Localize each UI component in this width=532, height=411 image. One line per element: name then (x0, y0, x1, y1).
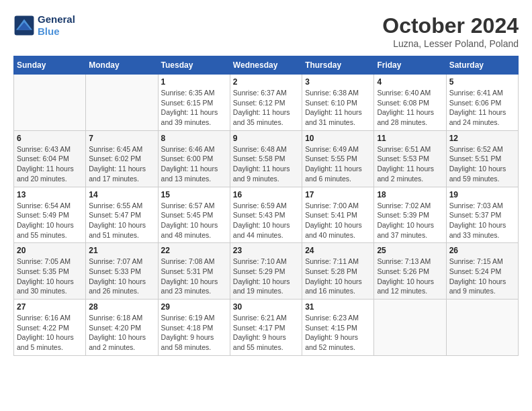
day-info: Sunrise: 6:35 AM Sunset: 6:15 PM Dayligh… (161, 88, 227, 128)
day-number: 7 (89, 134, 154, 143)
day-info: Sunrise: 6:49 AM Sunset: 5:55 PM Dayligh… (305, 144, 371, 184)
calendar-day-cell: 7Sunrise: 6:45 AM Sunset: 6:02 PM Daylig… (86, 130, 158, 187)
day-info: Sunrise: 6:21 AM Sunset: 4:17 PM Dayligh… (233, 313, 299, 353)
calendar-day-cell: 10Sunrise: 6:49 AM Sunset: 5:55 PM Dayli… (302, 130, 374, 187)
day-info: Sunrise: 7:11 AM Sunset: 5:28 PM Dayligh… (305, 257, 371, 296)
day-number: 20 (17, 246, 83, 255)
calendar-day-cell: 6Sunrise: 6:43 AM Sunset: 6:04 PM Daylig… (14, 130, 86, 187)
day-info: Sunrise: 6:52 AM Sunset: 5:51 PM Dayligh… (449, 144, 515, 184)
day-header: Sunday (14, 56, 86, 75)
calendar-header: SundayMondayTuesdayWednesdayThursdayFrid… (14, 56, 519, 75)
page-header: General Blue October 2024 Luzna, Lesser … (13, 13, 519, 49)
day-number: 25 (377, 246, 443, 255)
calendar-day-cell: 18Sunrise: 7:02 AM Sunset: 5:39 PM Dayli… (374, 187, 446, 243)
day-info: Sunrise: 6:55 AM Sunset: 5:47 PM Dayligh… (89, 201, 154, 240)
day-number: 16 (233, 190, 299, 199)
day-header: Wednesday (230, 56, 302, 75)
calendar-day-cell (446, 300, 518, 356)
day-number: 31 (305, 302, 371, 312)
day-info: Sunrise: 6:59 AM Sunset: 5:43 PM Dayligh… (233, 201, 299, 240)
day-info: Sunrise: 6:51 AM Sunset: 5:53 PM Dayligh… (377, 144, 443, 184)
day-number: 19 (449, 190, 515, 199)
day-info: Sunrise: 6:45 AM Sunset: 6:02 PM Dayligh… (89, 144, 154, 184)
calendar-day-cell: 30Sunrise: 6:21 AM Sunset: 4:17 PM Dayli… (230, 300, 302, 356)
day-number: 26 (449, 246, 515, 255)
calendar-day-cell: 25Sunrise: 7:13 AM Sunset: 5:26 PM Dayli… (374, 243, 446, 300)
calendar-day-cell: 3Sunrise: 6:38 AM Sunset: 6:10 PM Daylig… (302, 75, 374, 131)
calendar-day-cell: 5Sunrise: 6:41 AM Sunset: 6:06 PM Daylig… (446, 75, 518, 131)
calendar-day-cell: 29Sunrise: 6:19 AM Sunset: 4:18 PM Dayli… (158, 300, 230, 356)
day-number: 11 (377, 134, 443, 143)
day-number: 1 (161, 77, 227, 87)
calendar-day-cell: 31Sunrise: 6:23 AM Sunset: 4:15 PM Dayli… (302, 300, 374, 356)
day-number: 3 (305, 77, 371, 87)
title-area: October 2024 Luzna, Lesser Poland, Polan… (382, 13, 519, 49)
day-number: 28 (89, 302, 154, 312)
calendar-day-cell (14, 75, 86, 131)
day-info: Sunrise: 6:40 AM Sunset: 6:08 PM Dayligh… (377, 88, 443, 128)
calendar-day-cell: 13Sunrise: 6:54 AM Sunset: 5:49 PM Dayli… (14, 187, 86, 243)
calendar-day-cell: 21Sunrise: 7:07 AM Sunset: 5:33 PM Dayli… (86, 243, 158, 300)
calendar-table: SundayMondayTuesdayWednesdayThursdayFrid… (13, 56, 519, 356)
day-number: 12 (449, 134, 515, 143)
calendar-day-cell: 28Sunrise: 6:18 AM Sunset: 4:20 PM Dayli… (86, 300, 158, 356)
calendar-day-cell: 19Sunrise: 7:03 AM Sunset: 5:37 PM Dayli… (446, 187, 518, 243)
calendar-week-row: 20Sunrise: 7:05 AM Sunset: 5:35 PM Dayli… (14, 243, 519, 300)
day-info: Sunrise: 7:03 AM Sunset: 5:37 PM Dayligh… (449, 201, 515, 240)
day-number: 22 (161, 246, 227, 255)
day-info: Sunrise: 6:54 AM Sunset: 5:49 PM Dayligh… (17, 201, 83, 240)
calendar-day-cell: 14Sunrise: 6:55 AM Sunset: 5:47 PM Dayli… (86, 187, 158, 243)
logo: General Blue (13, 13, 75, 38)
day-info: Sunrise: 7:00 AM Sunset: 5:41 PM Dayligh… (305, 201, 371, 240)
day-number: 13 (17, 190, 83, 199)
day-info: Sunrise: 6:48 AM Sunset: 5:58 PM Dayligh… (233, 144, 299, 184)
day-number: 29 (161, 302, 227, 312)
location-title: Luzna, Lesser Poland, Poland (382, 38, 519, 49)
day-info: Sunrise: 7:10 AM Sunset: 5:29 PM Dayligh… (233, 257, 299, 296)
day-info: Sunrise: 6:46 AM Sunset: 6:00 PM Dayligh… (161, 144, 227, 184)
day-info: Sunrise: 7:08 AM Sunset: 5:31 PM Dayligh… (161, 257, 227, 296)
day-header: Thursday (302, 56, 374, 75)
calendar-week-row: 6Sunrise: 6:43 AM Sunset: 6:04 PM Daylig… (14, 130, 519, 187)
day-header: Friday (374, 56, 446, 75)
day-number: 24 (305, 246, 371, 255)
day-number: 18 (377, 190, 443, 199)
day-info: Sunrise: 6:18 AM Sunset: 4:20 PM Dayligh… (89, 313, 154, 353)
calendar-day-cell: 2Sunrise: 6:37 AM Sunset: 6:12 PM Daylig… (230, 75, 302, 131)
calendar-day-cell: 26Sunrise: 7:15 AM Sunset: 5:24 PM Dayli… (446, 243, 518, 300)
calendar-week-row: 27Sunrise: 6:16 AM Sunset: 4:22 PM Dayli… (14, 300, 519, 356)
day-info: Sunrise: 7:02 AM Sunset: 5:39 PM Dayligh… (377, 201, 443, 240)
calendar-day-cell: 1Sunrise: 6:35 AM Sunset: 6:15 PM Daylig… (158, 75, 230, 131)
logo-icon (13, 15, 35, 36)
calendar-day-cell: 8Sunrise: 6:46 AM Sunset: 6:00 PM Daylig… (158, 130, 230, 187)
day-number: 14 (89, 190, 154, 199)
day-number: 4 (377, 77, 443, 87)
day-number: 27 (17, 302, 83, 312)
day-number: 2 (233, 77, 299, 87)
calendar-day-cell (86, 75, 158, 131)
month-title: October 2024 (382, 13, 519, 38)
calendar-day-cell: 15Sunrise: 6:57 AM Sunset: 5:45 PM Dayli… (158, 187, 230, 243)
calendar-day-cell: 16Sunrise: 6:59 AM Sunset: 5:43 PM Dayli… (230, 187, 302, 243)
day-number: 23 (233, 246, 299, 255)
day-info: Sunrise: 6:57 AM Sunset: 5:45 PM Dayligh… (161, 201, 227, 240)
calendar-day-cell: 24Sunrise: 7:11 AM Sunset: 5:28 PM Dayli… (302, 243, 374, 300)
day-number: 8 (161, 134, 227, 143)
day-number: 17 (305, 190, 371, 199)
day-number: 9 (233, 134, 299, 143)
calendar-day-cell: 17Sunrise: 7:00 AM Sunset: 5:41 PM Dayli… (302, 187, 374, 243)
day-number: 10 (305, 134, 371, 143)
day-info: Sunrise: 6:23 AM Sunset: 4:15 PM Dayligh… (305, 313, 371, 353)
day-info: Sunrise: 6:41 AM Sunset: 6:06 PM Dayligh… (449, 88, 515, 128)
day-info: Sunrise: 6:16 AM Sunset: 4:22 PM Dayligh… (17, 313, 83, 353)
calendar-day-cell: 12Sunrise: 6:52 AM Sunset: 5:51 PM Dayli… (446, 130, 518, 187)
day-info: Sunrise: 6:43 AM Sunset: 6:04 PM Dayligh… (17, 144, 83, 184)
calendar-day-cell: 27Sunrise: 6:16 AM Sunset: 4:22 PM Dayli… (14, 300, 86, 356)
day-info: Sunrise: 7:07 AM Sunset: 5:33 PM Dayligh… (89, 257, 154, 296)
day-info: Sunrise: 6:19 AM Sunset: 4:18 PM Dayligh… (161, 313, 227, 353)
day-info: Sunrise: 6:37 AM Sunset: 6:12 PM Dayligh… (233, 88, 299, 128)
day-number: 6 (17, 134, 83, 143)
calendar-day-cell (374, 300, 446, 356)
calendar-week-row: 1Sunrise: 6:35 AM Sunset: 6:15 PM Daylig… (14, 75, 519, 131)
calendar-day-cell: 11Sunrise: 6:51 AM Sunset: 5:53 PM Dayli… (374, 130, 446, 187)
